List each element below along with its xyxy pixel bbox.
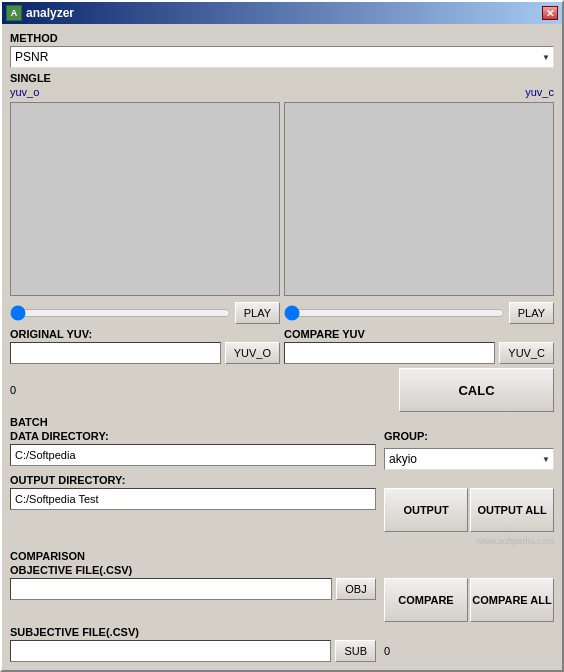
yuv-c-label: yuv_c xyxy=(525,86,554,98)
single-row: yuv_o yuv_c xyxy=(10,86,554,98)
title-bar-left: A analyzer xyxy=(6,5,74,21)
method-select[interactable]: PSNR xyxy=(10,46,554,68)
single-section: SINGLE yuv_o yuv_c xyxy=(10,72,554,98)
objective-compare-row: OBJECTIVE FILE(.CSV) OBJ COMPARE COMPARE… xyxy=(10,564,554,622)
data-directory-input[interactable] xyxy=(10,444,376,466)
method-select-wrapper: PSNR xyxy=(10,46,554,68)
original-yuv-label: ORIGINAL YUV: xyxy=(10,328,280,340)
play-original-button[interactable]: PLAY xyxy=(235,302,280,324)
compare-all-button[interactable]: COMPARE ALL xyxy=(470,578,554,622)
group-section: GROUP: akyio xyxy=(384,430,554,470)
data-directory-section: DATA DIRECTORY: xyxy=(10,430,376,470)
compare-yuv-input-row: YUV_C xyxy=(284,342,554,364)
group-label: GROUP: xyxy=(384,430,554,442)
close-button[interactable]: ✕ xyxy=(542,6,558,20)
output-directory-input[interactable] xyxy=(10,488,376,510)
output-directory-label: OUTPUT DIRECTORY: xyxy=(10,474,376,486)
method-section: METHOD PSNR xyxy=(10,32,554,68)
output-btn-row: OUTPUT OUTPUT ALL xyxy=(384,488,554,532)
subjective-file-section: SUBJECTIVE FILE(.CSV) SUB xyxy=(10,626,376,662)
output-row: OUTPUT DIRECTORY: OUTPUT OUTPUT ALL www.… xyxy=(10,474,554,546)
compare-button[interactable]: COMPARE xyxy=(384,578,468,622)
output-all-button[interactable]: OUTPUT ALL xyxy=(470,488,554,532)
objective-file-input[interactable] xyxy=(10,578,332,600)
compare-buttons-section: COMPARE COMPARE ALL xyxy=(384,564,554,622)
slider-play-row: PLAY PLAY xyxy=(10,302,554,324)
play-compare-button[interactable]: PLAY xyxy=(509,302,554,324)
compare-slider-section: PLAY xyxy=(284,302,554,324)
subjective-file-label: SUBJECTIVE FILE(.CSV) xyxy=(10,626,376,638)
compare-yuv-section: COMPARE YUV YUV_C xyxy=(284,328,554,364)
group-select-wrapper: akyio xyxy=(384,448,554,470)
calc-button[interactable]: CALC xyxy=(399,368,554,412)
content-area: METHOD PSNR SINGLE yuv_o yuv_c PLAY xyxy=(2,24,562,670)
objective-file-input-row: OBJ xyxy=(10,578,376,600)
compare-slider[interactable] xyxy=(284,304,505,322)
original-yuv-input[interactable] xyxy=(10,342,221,364)
subjective-file-input[interactable] xyxy=(10,640,331,662)
method-label: METHOD xyxy=(10,32,554,44)
compare-yuv-label: COMPARE YUV xyxy=(284,328,554,340)
original-preview-pane xyxy=(10,102,280,296)
output-directory-section: OUTPUT DIRECTORY: xyxy=(10,474,376,546)
comparison-label: COMPARISON xyxy=(10,550,554,562)
yuv-o-button[interactable]: YUV_O xyxy=(225,342,280,364)
preview-area xyxy=(10,102,554,296)
app-icon: A xyxy=(6,5,22,21)
original-yuv-section: ORIGINAL YUV: YUV_O xyxy=(10,328,280,364)
obj-button[interactable]: OBJ xyxy=(336,578,376,600)
compare-btn-row: COMPARE COMPARE ALL xyxy=(384,578,554,622)
subjective-row: SUBJECTIVE FILE(.CSV) SUB 0 xyxy=(10,626,554,662)
softpedia-watermark: www.softpedia.com xyxy=(384,536,554,546)
original-slider-section: PLAY xyxy=(10,302,280,324)
single-label: SINGLE xyxy=(10,72,554,84)
data-directory-label: DATA DIRECTORY: xyxy=(10,430,376,442)
compare-yuv-input[interactable] xyxy=(284,342,495,364)
score-value: 0 xyxy=(10,384,30,396)
score-calc-row: 0 CALC xyxy=(10,368,554,412)
main-window: A analyzer ✕ METHOD PSNR SINGLE yuv_o yu… xyxy=(0,0,564,672)
sub-value-section: 0 xyxy=(384,626,554,662)
objective-file-label: OBJECTIVE FILE(.CSV) xyxy=(10,564,376,576)
title-bar: A analyzer ✕ xyxy=(2,2,562,24)
original-slider[interactable] xyxy=(10,304,231,322)
sub-button[interactable]: SUB xyxy=(335,640,376,662)
objective-file-section: OBJECTIVE FILE(.CSV) OBJ xyxy=(10,564,376,622)
compare-preview-pane xyxy=(284,102,554,296)
output-button[interactable]: OUTPUT xyxy=(384,488,468,532)
window-title: analyzer xyxy=(26,6,74,20)
yuv-c-button[interactable]: YUV_C xyxy=(499,342,554,364)
yuv-inputs-section: ORIGINAL YUV: YUV_O COMPARE YUV YUV_C xyxy=(10,328,554,364)
sub-value: 0 xyxy=(384,645,554,657)
group-select[interactable]: akyio xyxy=(384,448,554,470)
batch-section: BATCH DATA DIRECTORY: GROUP: akyio xyxy=(10,416,554,662)
batch-label: BATCH xyxy=(10,416,554,428)
data-group-row: DATA DIRECTORY: GROUP: akyio xyxy=(10,430,554,470)
original-yuv-input-row: YUV_O xyxy=(10,342,280,364)
output-buttons-section: OUTPUT OUTPUT ALL www.softpedia.com xyxy=(384,474,554,546)
yuv-o-label: yuv_o xyxy=(10,86,39,98)
subjective-file-input-row: SUB xyxy=(10,640,376,662)
